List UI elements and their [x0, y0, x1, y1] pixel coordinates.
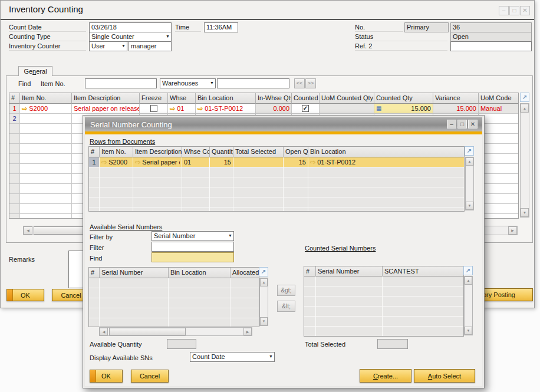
create-button[interactable]: Create...	[360, 369, 411, 383]
col-num[interactable]: #	[89, 268, 100, 278]
col-item-no[interactable]: Item No.	[100, 147, 133, 157]
close-icon[interactable]: ✕	[468, 120, 478, 129]
maximize-icon[interactable]: □	[509, 6, 519, 15]
auto-select-button[interactable]: Auto Select	[414, 369, 475, 383]
col-scantest[interactable]: SCANTEST	[383, 266, 463, 276]
available-serial-numbers-label[interactable]: Available Serial Numbers	[90, 223, 162, 231]
expand-table-icon[interactable]: ↗	[463, 266, 473, 275]
counted-qty-cell[interactable]: ▦15.000	[374, 104, 433, 114]
scroll-right-icon[interactable]: ▶	[243, 328, 252, 335]
counter-name-input[interactable]: manager	[129, 41, 172, 51]
scroll-left-icon[interactable]: ◀	[100, 328, 108, 335]
col-variance[interactable]: Variance	[433, 93, 479, 104]
expand-table-icon[interactable]: ↗	[520, 93, 529, 102]
col-allocated[interactable]: Allocated	[231, 268, 259, 278]
col-counted-qty[interactable]: Counted Qty	[374, 93, 433, 104]
scroll-up-icon[interactable]: ▲	[465, 276, 472, 285]
counted-checkbox[interactable]: ✓	[302, 105, 309, 112]
col-serial-number[interactable]: Serial Number	[316, 266, 383, 276]
item-description-cell[interactable]: ⇨Serial paper on release	[133, 157, 182, 167]
hscroll-thumb[interactable]	[109, 328, 186, 335]
ok-button[interactable]: OK	[6, 289, 44, 301]
col-bin-location[interactable]: Bin Location	[169, 268, 231, 278]
row-number[interactable]: 2	[9, 114, 20, 124]
warehouses-select[interactable]: Warehouses ▼	[160, 78, 216, 88]
next-button[interactable]: >>	[305, 78, 316, 88]
col-uom-code[interactable]: UoM Code	[479, 93, 518, 104]
scroll-up-icon[interactable]: ▲	[521, 104, 529, 113]
counting-type-select[interactable]: Single Counter ▼	[89, 32, 172, 42]
counted-cell[interactable]: ✓	[292, 104, 320, 114]
filter-by-select[interactable]: Serial Number ▼	[152, 231, 234, 241]
expand-table-icon[interactable]: ↗	[465, 146, 474, 156]
col-num[interactable]: #	[304, 266, 316, 276]
col-item-description[interactable]: Item Description	[72, 93, 140, 104]
close-icon[interactable]: ✕	[520, 6, 530, 15]
col-bin-location[interactable]: Bin Location	[196, 93, 256, 104]
no-value-field[interactable]: 36	[450, 22, 532, 32]
item-description-cell[interactable]: Serial paper on release	[72, 104, 140, 114]
maximize-icon[interactable]: □	[457, 120, 467, 129]
ref2-input[interactable]	[450, 41, 532, 51]
col-item-no[interactable]: Item No.	[20, 93, 72, 104]
move-right-button[interactable]: &gt;	[277, 285, 295, 296]
col-item-description[interactable]: Item Description	[133, 147, 182, 157]
selected-document-row[interactable]: 1 ⇨S2000 ⇨Serial paper on release 01 15 …	[89, 157, 464, 167]
display-available-sns-select[interactable]: Count Date ▼	[190, 352, 275, 362]
scroll-left-icon[interactable]: ◀	[24, 226, 32, 235]
col-whse-code[interactable]: Whse Code	[182, 147, 210, 157]
ok-button[interactable]: OK	[90, 370, 123, 383]
bin-location-cell[interactable]: ⇨01-ST-P0012	[308, 157, 464, 167]
filter-input[interactable]	[152, 242, 234, 252]
link-arrow-icon[interactable]: ⇨	[101, 159, 107, 166]
item-no-cell[interactable]: ⇨S2000	[100, 157, 133, 167]
col-in-whse-qty[interactable]: In-Whse Qty ...	[256, 93, 292, 104]
cancel-button[interactable]: Cancel	[131, 370, 169, 383]
item-no-cell[interactable]: ⇨S2000	[20, 104, 72, 114]
col-open-qty[interactable]: Open Qty	[284, 147, 308, 157]
time-input[interactable]: 11:36AM	[204, 22, 238, 32]
rows-from-documents-label[interactable]: Rows from Documents	[90, 137, 155, 146]
freeze-cell[interactable]	[140, 104, 168, 114]
counted-serial-numbers-label[interactable]: Counted Serial Numbers	[305, 244, 376, 252]
row-number[interactable]: 1	[9, 104, 20, 114]
scroll-up-icon[interactable]: ▲	[466, 157, 473, 166]
link-arrow-icon[interactable]: ⇨	[22, 106, 27, 112]
col-counted[interactable]: Counted	[292, 93, 320, 104]
find-input[interactable]	[152, 252, 234, 262]
expand-table-icon[interactable]: ↗	[259, 267, 268, 276]
col-serial-number[interactable]: Serial Number	[100, 268, 169, 278]
minimize-icon[interactable]: –	[499, 6, 509, 15]
move-left-button[interactable]: &lt;	[277, 301, 295, 312]
col-num[interactable]: #	[89, 147, 100, 157]
scroll-down-icon[interactable]: ▼	[260, 317, 268, 325]
col-uom-counted-qty[interactable]: UoM Counted Qty	[320, 93, 374, 104]
tab-general[interactable]: General	[18, 66, 52, 76]
scroll-right-icon[interactable]: ▶	[508, 226, 517, 235]
scroll-up-icon[interactable]: ▲	[260, 278, 268, 286]
link-arrow-icon[interactable]: ⇨	[310, 159, 315, 166]
available-sn-vscrollbar[interactable]: ▲ ▼	[259, 278, 268, 326]
whse-cell[interactable]: ⇨01	[168, 104, 196, 114]
scroll-down-icon[interactable]: ▼	[465, 327, 472, 335]
col-bin-location[interactable]: Bin Location	[308, 147, 464, 157]
col-num[interactable]: #	[9, 93, 20, 104]
bin-location-cell[interactable]: ⇨01-ST-P0012	[196, 104, 256, 114]
col-quantity[interactable]: Quantity	[210, 147, 233, 157]
link-arrow-icon[interactable]: ⇨	[197, 106, 203, 112]
scroll-down-icon[interactable]: ▼	[466, 202, 473, 210]
col-total-selected[interactable]: Total Selected	[233, 147, 284, 157]
counted-sn-vscrollbar[interactable]: ▲ ▼	[464, 276, 473, 335]
rows-table-vscrollbar[interactable]: ▲ ▼	[465, 157, 474, 210]
col-freeze[interactable]: Freeze	[140, 93, 168, 104]
row-number[interactable]: 1	[89, 157, 100, 167]
available-sn-hscrollbar[interactable]: ◀ ▶	[99, 327, 252, 336]
scroll-down-icon[interactable]: ▼	[521, 208, 529, 217]
prev-button[interactable]: <<	[294, 78, 305, 88]
freeze-checkbox[interactable]	[150, 105, 157, 112]
count-date-input[interactable]: 03/26/18	[89, 22, 172, 32]
col-whse[interactable]: Whse	[168, 93, 196, 104]
warehouse-filter-input[interactable]	[217, 78, 289, 88]
link-arrow-icon[interactable]: ⇨	[170, 106, 175, 112]
main-table-vscrollbar[interactable]: ▲ ▼	[520, 103, 529, 218]
